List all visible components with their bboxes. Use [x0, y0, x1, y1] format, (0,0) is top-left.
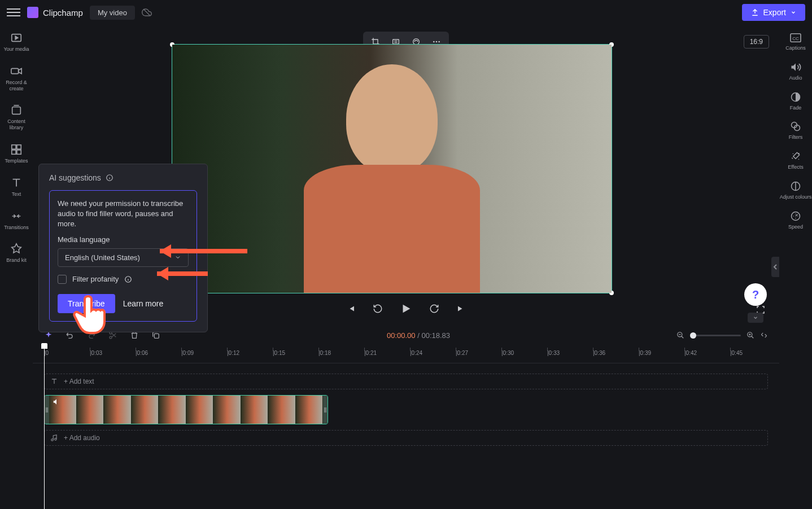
learn-more-link[interactable]: Learn more — [123, 299, 164, 308]
fit-timeline-button[interactable] — [760, 331, 768, 339]
skip-back-button[interactable] — [342, 300, 359, 317]
svg-rect-3 — [12, 107, 21, 115]
playback-controls — [342, 299, 470, 318]
timeline-ruler[interactable]: |0|0:03|0:06|0:09|0:12|0:15|0:18|0:21|0:… — [33, 348, 779, 363]
clip-audio-icon — [53, 398, 60, 406]
forward-button[interactable] — [426, 300, 443, 317]
right-item-fade[interactable]: Fade — [790, 91, 802, 111]
svg-rect-7 — [17, 150, 21, 154]
export-label: Export — [763, 8, 786, 17]
chevron-down-icon — [174, 254, 181, 261]
playhead[interactable] — [44, 348, 45, 509]
sidebar-item-content-library[interactable]: Content library — [0, 103, 33, 132]
svg-point-22 — [110, 332, 112, 334]
right-item-filters[interactable]: Filters — [789, 121, 803, 141]
time-display: 00:00.00 / 00:18.83 — [173, 331, 664, 340]
panel-title: AI suggestions — [49, 173, 197, 182]
svg-line-0 — [143, 9, 150, 16]
svg-rect-15 — [393, 40, 399, 44]
aspect-ratio-badge[interactable]: 16:9 — [744, 35, 769, 49]
sidebar-item-your-media[interactable]: Your media — [0, 30, 33, 54]
sync-off-icon[interactable] — [142, 7, 152, 17]
ai-suggestions-panel: AI suggestions We need your permission t… — [38, 164, 208, 332]
right-item-audio[interactable]: Audio — [789, 62, 802, 81]
sidebar-item-text[interactable]: Text — [0, 175, 33, 199]
help-button[interactable]: ? — [744, 283, 767, 306]
svg-rect-2 — [11, 68, 19, 73]
right-item-speed[interactable]: Speed — [788, 210, 803, 230]
timeline-section: 00:00.00 / 00:18.83 |0|0:03|0:06|0:09|0:… — [33, 326, 779, 509]
sidebar-item-templates[interactable]: Templates — [0, 142, 33, 165]
svg-text:CC: CC — [792, 36, 799, 41]
right-item-effects[interactable]: Effects — [788, 151, 803, 170]
svg-rect-24 — [154, 334, 159, 338]
filter-profanity-checkbox[interactable] — [58, 275, 67, 284]
video-content — [172, 45, 612, 293]
svg-rect-4 — [12, 145, 16, 149]
help-collapse[interactable] — [748, 313, 763, 323]
video-clip[interactable]: || || — [44, 395, 328, 424]
sidebar-item-brand-kit[interactable]: Brand kit — [0, 242, 33, 265]
zoom-in-button[interactable] — [746, 331, 754, 339]
skip-forward-button[interactable] — [453, 300, 470, 317]
svg-point-19 — [438, 41, 440, 43]
left-sidebar: Your media Record & create Content libra… — [0, 25, 33, 509]
info-icon[interactable] — [124, 275, 132, 283]
svg-point-18 — [436, 41, 438, 43]
rewind-button[interactable] — [369, 300, 386, 317]
svg-point-17 — [433, 41, 435, 43]
right-item-adjust-colours[interactable]: Adjust colours — [780, 181, 812, 200]
media-language-select[interactable]: English (United States) — [58, 248, 189, 267]
clip-handle-left[interactable]: || — [45, 396, 49, 424]
panel-description: We need your permission to transcribe au… — [58, 199, 189, 230]
brand-name: Clipchamp — [43, 8, 83, 17]
tracks-container: + Add text || || + Add audio — [33, 374, 779, 446]
top-bar: Clipchamp My video Export — [0, 0, 812, 25]
media-language-label: Media language — [58, 235, 189, 244]
play-button[interactable] — [396, 299, 416, 318]
info-icon[interactable] — [106, 174, 113, 182]
menu-button[interactable] — [7, 6, 20, 19]
brand: Clipchamp — [27, 7, 83, 18]
brand-logo — [27, 7, 38, 18]
zoom-slider[interactable] — [690, 335, 741, 336]
clip-handle-right[interactable]: || — [323, 396, 328, 424]
svg-rect-6 — [12, 150, 16, 154]
svg-point-23 — [110, 336, 112, 339]
sidebar-item-transitions[interactable]: Transitions — [0, 209, 33, 232]
export-button[interactable]: Export — [742, 4, 805, 21]
filter-profanity-row[interactable]: Filter profanity — [58, 275, 189, 284]
right-item-captions[interactable]: CC Captions — [785, 33, 806, 51]
transcribe-button[interactable]: Transcribe — [58, 294, 115, 313]
svg-rect-5 — [17, 145, 21, 149]
audio-track[interactable]: + Add audio — [44, 430, 768, 446]
video-preview[interactable] — [172, 44, 612, 293]
text-track[interactable]: + Add text — [44, 374, 768, 389]
sidebar-item-record-create[interactable]: Record & create — [0, 64, 33, 93]
project-name[interactable]: My video — [90, 6, 135, 20]
zoom-out-button[interactable] — [676, 331, 684, 339]
right-sidebar: CC Captions Audio Fade Filters Effects A… — [779, 25, 812, 509]
